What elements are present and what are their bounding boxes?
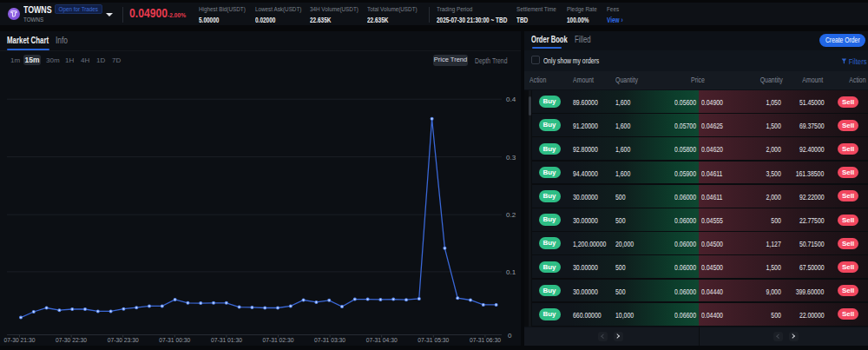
svg-text:07-30 23:30: 07-30 23:30 — [108, 336, 139, 344]
svg-text:0.1: 0.1 — [506, 268, 516, 276]
svg-text:07-31 06:30: 07-31 06:30 — [470, 336, 501, 344]
svg-text:07-31 04:30: 07-31 04:30 — [366, 336, 398, 344]
svg-text:07-31 01:30: 07-31 01:30 — [211, 336, 242, 344]
svg-text:0.4: 0.4 — [506, 96, 516, 103]
svg-text:07-31 05:30: 07-31 05:30 — [418, 336, 449, 344]
svg-text:0.2: 0.2 — [506, 211, 516, 219]
svg-text:07-30 22:30: 07-30 22:30 — [56, 336, 87, 344]
svg-text:0: 0 — [508, 332, 512, 340]
svg-text:0.3: 0.3 — [506, 154, 516, 162]
svg-text:07-31 03:30: 07-31 03:30 — [314, 336, 345, 344]
svg-text:07-31 02:30: 07-31 02:30 — [263, 336, 294, 344]
svg-text:07-31 00:30: 07-31 00:30 — [159, 336, 190, 344]
svg-text:07-30 21:30: 07-30 21:30 — [4, 336, 36, 344]
